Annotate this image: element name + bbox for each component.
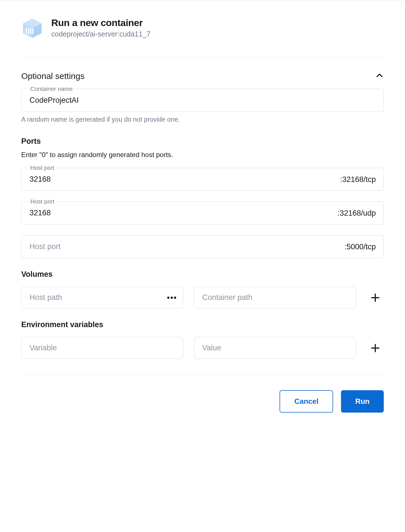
port-mapping-suffix: :5000/tcp <box>344 242 376 251</box>
plus-icon <box>370 343 381 353</box>
host-path-input[interactable] <box>21 287 183 308</box>
container-name-input[interactable] <box>21 89 384 112</box>
port-mapping-suffix: :32168/udp <box>338 209 376 217</box>
chevron-up-icon <box>375 71 384 81</box>
env-title: Environment variables <box>21 320 384 329</box>
host-port-input[interactable] <box>21 168 384 191</box>
dialog-footer: Cancel Run <box>21 374 384 413</box>
ports-title: Ports <box>21 137 384 146</box>
env-variable-input[interactable] <box>21 337 183 359</box>
host-port-label: Host port <box>28 164 57 171</box>
svg-rect-4 <box>28 28 29 34</box>
browse-host-path-button[interactable]: ••• <box>167 293 177 302</box>
host-port-label: Host port <box>28 198 57 205</box>
port-mapping-suffix: :32168/tcp <box>340 175 376 184</box>
port-row: Host port :32168/tcp <box>21 168 384 191</box>
dialog-title: Run a new container <box>51 17 150 28</box>
container-name-label: Container name <box>28 85 75 92</box>
dialog-header: Run a new container codeproject/ai-serve… <box>21 17 384 58</box>
optional-settings-label: Optional settings <box>21 71 84 81</box>
volumes-title: Volumes <box>21 270 384 279</box>
container-cube-icon <box>21 17 43 40</box>
add-volume-button[interactable] <box>367 289 384 306</box>
plus-icon <box>370 292 381 303</box>
container-name-field: Container name <box>21 89 384 112</box>
volume-row: ••• <box>21 287 384 308</box>
svg-rect-6 <box>32 28 33 34</box>
container-name-helper: A random name is generated if you do not… <box>21 116 384 123</box>
ports-description: Enter "0" to assign randomly generated h… <box>21 151 384 159</box>
host-port-input[interactable] <box>21 201 384 224</box>
svg-rect-3 <box>26 28 27 34</box>
svg-rect-5 <box>30 28 31 34</box>
ellipsis-icon: ••• <box>167 293 177 302</box>
host-port-input[interactable] <box>21 235 384 258</box>
port-row: :5000/tcp <box>21 235 384 258</box>
image-name: codeproject/ai-server:cuda11_7 <box>51 30 150 38</box>
port-row: Host port :32168/udp <box>21 201 384 224</box>
env-value-input[interactable] <box>194 337 356 359</box>
container-path-input[interactable] <box>194 287 356 308</box>
optional-settings-toggle[interactable]: Optional settings <box>21 71 384 81</box>
env-row <box>21 337 384 359</box>
add-env-button[interactable] <box>367 340 384 357</box>
cancel-button[interactable]: Cancel <box>280 390 333 413</box>
run-button[interactable]: Run <box>341 390 384 413</box>
